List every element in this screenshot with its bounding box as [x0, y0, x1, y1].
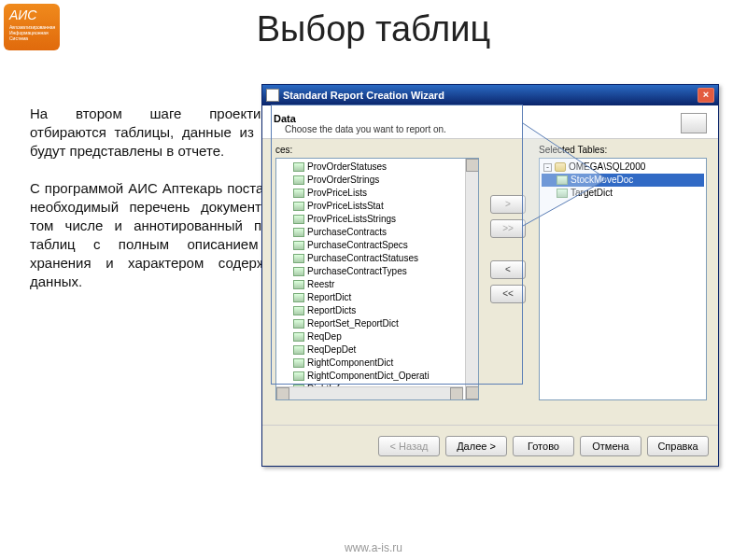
table-icon: [293, 267, 304, 276]
source-item-label: ReqDep: [307, 330, 342, 343]
subheader-title: Data: [274, 113, 681, 124]
table-icon: [557, 189, 568, 198]
transfer-buttons: > >> < <<: [490, 195, 526, 303]
table-icon: [293, 306, 304, 315]
table-icon: [293, 332, 304, 342]
table-icon: [293, 371, 304, 381]
wizard-dialog: Standard Report Creation Wizard × Data C…: [261, 84, 719, 467]
source-item[interactable]: RightComponentDict: [278, 357, 476, 370]
available-tables-list[interactable]: ProvOrderStatusesProvOrderStringsProvPri…: [275, 158, 479, 400]
dialog-body: ces: Selected Tables: ProvOrderStatusesP…: [262, 139, 718, 419]
back-button[interactable]: < Назад: [378, 436, 440, 456]
tree-root-label: OMEGA\SQL2000: [569, 161, 645, 174]
table-icon: [293, 345, 304, 355]
scrollbar-vertical[interactable]: [465, 159, 478, 399]
source-item[interactable]: ReportSet_ReportDict: [278, 317, 476, 330]
dialog-title: Standard Report Creation Wizard: [283, 90, 698, 101]
table-icon: [293, 175, 304, 185]
source-item-label: Reestr: [307, 278, 334, 291]
source-item[interactable]: PurchaseContractTypes: [278, 265, 476, 278]
sources-label: ces:: [275, 145, 292, 155]
cancel-button[interactable]: Отмена: [580, 436, 641, 456]
dialog-button-bar: < Назад Далее > Готово Отмена Справка: [262, 425, 718, 466]
source-item[interactable]: PurchaseContracts: [278, 226, 476, 239]
source-item-label: ReportSet_ReportDict: [307, 317, 399, 330]
table-icon: [293, 202, 304, 211]
source-item[interactable]: ProvOrderStrings: [278, 174, 476, 187]
table-icon: [293, 215, 304, 224]
selected-item[interactable]: StockMoveDoc: [542, 174, 704, 187]
source-item[interactable]: ReqDepDet: [278, 343, 476, 357]
table-icon: [293, 189, 304, 198]
source-item-label: ReqDepDet: [307, 343, 356, 357]
source-item-label: ProvOrderStatuses: [307, 161, 387, 174]
tree-minus-icon[interactable]: -: [543, 163, 552, 172]
table-icon: [293, 162, 304, 172]
source-item[interactable]: ReportDicts: [278, 304, 476, 317]
source-item[interactable]: ReportDict: [278, 291, 476, 304]
table-icon: [293, 254, 304, 263]
subheader-desc: Choose the data you want to report on.: [285, 124, 681, 134]
source-item[interactable]: PurchaseContractSpecs: [278, 239, 476, 252]
source-item-label: ProvPriceLists: [307, 187, 367, 200]
selected-item-label: StockMoveDoc: [571, 174, 633, 187]
scrollbar-horizontal[interactable]: [276, 386, 463, 399]
source-item[interactable]: ProvPriceLists: [278, 187, 476, 200]
source-item[interactable]: RightComponentDict_Operati: [278, 370, 476, 383]
source-item-label: ReportDicts: [307, 304, 356, 317]
dialog-icon: [266, 89, 279, 102]
table-icon: [293, 293, 304, 302]
source-item-label: ReportDict: [307, 291, 351, 304]
source-item-label: ProvPriceListsStat: [307, 200, 384, 213]
table-icon: [293, 319, 304, 329]
source-item[interactable]: ProvOrderStatuses: [278, 161, 476, 174]
next-button[interactable]: Далее >: [445, 436, 507, 456]
source-item-label: ProvPriceListsStrings: [307, 213, 396, 226]
close-button[interactable]: ×: [698, 88, 714, 103]
dialog-titlebar[interactable]: Standard Report Creation Wizard ×: [262, 85, 718, 105]
selected-tables-list[interactable]: - OMEGA\SQL2000 StockMoveDoc TargetDict: [539, 158, 707, 400]
table-icon: [293, 280, 304, 289]
table-icon: [557, 175, 568, 185]
table-icon: [293, 228, 304, 237]
source-item[interactable]: PurchaseContractStatuses: [278, 252, 476, 265]
source-item-label: PurchaseContractSpecs: [307, 239, 408, 252]
selected-label: Selected Tables:: [539, 145, 607, 155]
footer-url: www.a-is.ru: [0, 541, 747, 554]
add-all-button[interactable]: >>: [490, 219, 526, 238]
source-item[interactable]: ProvPriceListsStat: [278, 200, 476, 213]
finish-button[interactable]: Готово: [513, 436, 574, 456]
source-item-label: RightComponentDict_Operati: [307, 370, 430, 383]
selected-item-label: TargetDict: [571, 187, 613, 200]
source-item[interactable]: Reestr: [278, 278, 476, 291]
remove-all-button[interactable]: <<: [490, 285, 526, 303]
subheader-icon: [681, 113, 707, 133]
source-item[interactable]: ReqDep: [278, 330, 476, 343]
source-item[interactable]: ProvPriceListsStrings: [278, 213, 476, 226]
help-button[interactable]: Справка: [647, 436, 709, 456]
source-item-label: PurchaseContractTypes: [307, 265, 407, 278]
tree-root-node[interactable]: - OMEGA\SQL2000: [542, 161, 704, 174]
table-icon: [293, 358, 304, 368]
selected-item[interactable]: TargetDict: [542, 187, 704, 200]
add-button[interactable]: >: [490, 195, 526, 214]
source-item-label: PurchaseContracts: [307, 226, 387, 239]
dialog-subheader: Data Choose the data you want to report …: [262, 105, 718, 139]
database-icon: [555, 162, 566, 172]
table-icon: [293, 241, 304, 250]
remove-button[interactable]: <: [490, 260, 526, 279]
source-item-label: RightComponentDict: [307, 357, 393, 370]
page-title: Выбор таблиц: [0, 9, 747, 49]
source-item-label: PurchaseContractStatuses: [307, 252, 418, 265]
source-item-label: ProvOrderStrings: [307, 174, 379, 187]
